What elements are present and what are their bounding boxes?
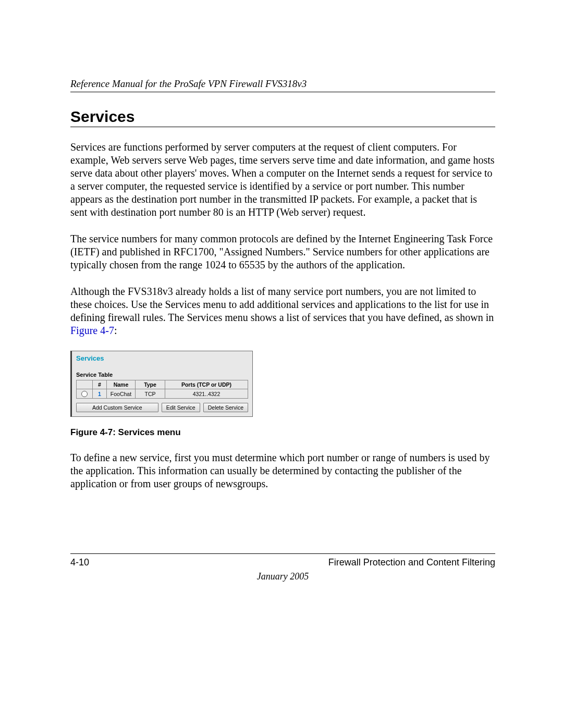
paragraph-3-suffix: : <box>114 325 117 336</box>
chapter-title: Firewall Protection and Content Filterin… <box>328 557 495 568</box>
footer-rule <box>70 553 495 554</box>
paragraph-3-text: Although the FVS318v3 already holds a li… <box>70 286 494 323</box>
running-head: Reference Manual for the ProSafe VPN Fir… <box>70 78 495 90</box>
panel-title: Services <box>76 354 248 362</box>
service-table: # Name Type Ports (TCP or UDP) 1 FooChat… <box>76 380 248 399</box>
page-footer: 4-10 Firewall Protection and Content Fil… <box>70 553 495 582</box>
table-row: 1 FooChat TCP 4321..4322 <box>77 389 248 399</box>
page-number: 4-10 <box>70 557 89 568</box>
section-heading: Services <box>70 108 495 126</box>
button-row: Add Custom Service Edit Service Delete S… <box>76 403 248 412</box>
paragraph-3: Although the FVS318v3 already holds a li… <box>70 285 495 337</box>
row-type: TCP <box>136 389 165 399</box>
paragraph-2: The service numbers for many common prot… <box>70 232 495 272</box>
col-radio <box>77 380 93 389</box>
paragraph-1: Services are functions performed by serv… <box>70 141 495 219</box>
services-screenshot: Services Service Table # Name Type Ports… <box>70 351 253 417</box>
col-name: Name <box>107 380 136 389</box>
page: Reference Manual for the ProSafe VPN Fir… <box>0 0 563 728</box>
col-index: # <box>93 380 107 389</box>
col-type: Type <box>136 380 165 389</box>
header-rule <box>70 92 495 92</box>
figure-reference-link[interactable]: Figure 4-7 <box>70 325 114 336</box>
col-ports: Ports (TCP or UDP) <box>165 380 248 389</box>
row-index: 1 <box>93 389 107 399</box>
row-select-radio[interactable] <box>77 389 93 399</box>
radio-icon <box>81 391 88 397</box>
delete-service-button[interactable]: Delete Service <box>203 403 248 412</box>
footer-date: January 2005 <box>70 571 495 582</box>
add-custom-service-button[interactable]: Add Custom Service <box>76 403 158 412</box>
service-table-label: Service Table <box>76 372 248 378</box>
table-header-row: # Name Type Ports (TCP or UDP) <box>77 380 248 389</box>
row-ports: 4321..4322 <box>165 389 248 399</box>
paragraph-4: To define a new service, first you must … <box>70 451 495 490</box>
figure-caption: Figure 4-7: Services menu <box>70 427 495 438</box>
edit-service-button[interactable]: Edit Service <box>162 403 200 412</box>
row-name: FooChat <box>107 389 136 399</box>
heading-rule <box>70 127 495 127</box>
